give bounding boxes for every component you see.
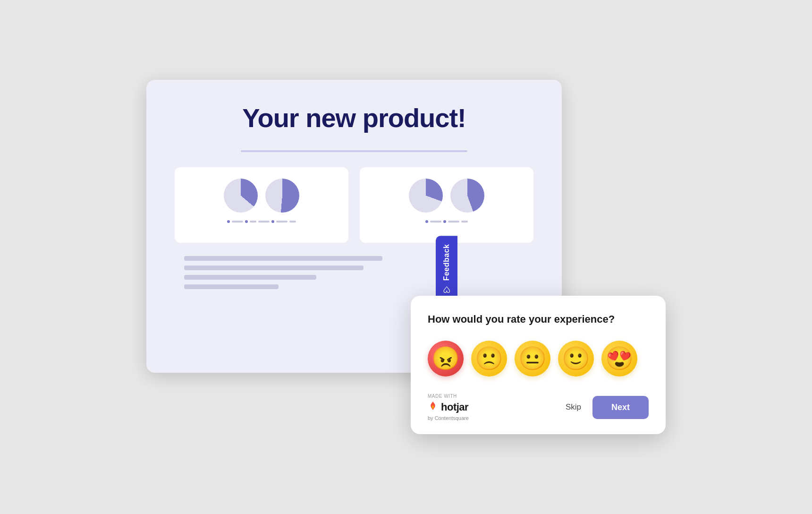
emoji-angry-button[interactable]: 😠 [428,341,464,377]
emoji-sad-button[interactable]: 🙁 [471,341,507,377]
hotjar-flame-icon [428,401,438,413]
dot [443,220,446,223]
dot-line [258,221,270,223]
pie-chart-4 [450,179,484,213]
neutral-emoji: 😐 [518,347,547,370]
feedback-tab-label: Feedback [442,244,451,281]
chart-card-1 [175,167,348,243]
angry-emoji: 😠 [431,347,460,370]
pie-chart-2 [265,179,299,213]
dot-line-short [461,221,468,223]
survey-footer: MADE WITH hotjar by Contentsquare Skip N… [428,394,649,421]
emoji-love-button[interactable]: 😍 [601,341,637,377]
pie-chart-3 [409,179,443,213]
sad-emoji: 🙁 [475,347,503,370]
dot-line [448,221,459,223]
love-emoji: 😍 [605,347,634,370]
footer-actions: Skip Next [562,396,649,419]
chart-dots-2 [425,220,468,223]
text-line-3 [184,275,316,280]
happy-emoji: 🙂 [562,347,590,370]
text-lines [175,256,533,289]
charts-row [175,167,533,243]
next-button[interactable]: Next [592,396,649,419]
divider [241,150,467,152]
made-with-label: MADE WITH [428,394,469,399]
chart-card-2 [360,167,533,243]
skip-button[interactable]: Skip [562,398,585,417]
dot-line [276,221,288,223]
survey-popup: How would you rate your experience? 😠 🙁 … [411,296,666,434]
text-line-2 [184,266,364,270]
text-line-4 [184,284,279,289]
text-line-1 [184,256,382,261]
dot-line-short [250,221,256,223]
hotjar-brand-name: hotjar [441,401,468,413]
dot-line [232,221,243,223]
feedback-tab[interactable]: ♡ Feedback [436,236,457,303]
emoji-happy-button[interactable]: 🙂 [558,341,594,377]
page-title: Your new product! [175,103,533,133]
dot [227,220,230,223]
feedback-icon: ♡ [441,285,452,295]
hotjar-logo: hotjar [428,401,469,413]
dot-line-short [289,221,296,223]
dot [425,220,428,223]
emoji-row: 😠 🙁 😐 🙂 😍 [428,341,649,377]
chart-dots-1 [227,220,296,223]
survey-question: How would you rate your experience? [428,313,649,326]
pie-chart-1 [224,179,258,213]
by-contentsquare-label: by Contentsquare [428,415,469,421]
scene: Your new product! [146,80,666,434]
dot-line [430,221,441,223]
emoji-neutral-button[interactable]: 😐 [515,341,550,377]
dot [245,220,248,223]
branding: MADE WITH hotjar by Contentsquare [428,394,469,421]
dot [271,220,274,223]
